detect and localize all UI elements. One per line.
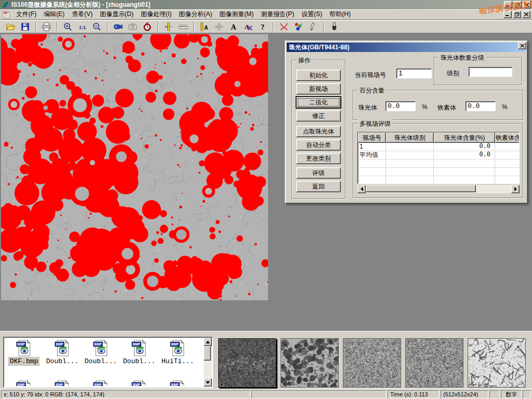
save-icon[interactable]	[19, 21, 32, 32]
table-empty-row[interactable]	[358, 159, 519, 168]
status-bar: x: 510 y: 79 idx: 0 RGB: (174, 174, 174)…	[0, 389, 532, 399]
text-icon[interactable]: A	[227, 21, 240, 32]
pearlite-percent-label: 珠光体	[358, 103, 377, 112]
menu-image-analysis[interactable]: 图像分析(A)	[175, 9, 216, 19]
grade-level-input[interactable]	[469, 67, 512, 77]
menu-image-process[interactable]: 图像处理(I)	[137, 9, 175, 19]
op-button-3[interactable]: 二值化	[296, 97, 341, 108]
print-icon[interactable]	[40, 21, 53, 32]
grade-level-label: 级别	[447, 69, 459, 78]
ruler-icon[interactable]	[177, 21, 190, 32]
op-button-4[interactable]: 修正	[296, 110, 341, 122]
file-browser: BMPDKF.bmpBMPDoubl...BMPDoubl...BMPDoubl…	[3, 337, 213, 388]
bmp-file-icon: BMP	[16, 380, 32, 386]
actual-size-icon[interactable]: 1:1	[76, 21, 89, 32]
file-label: DKF.bmp	[9, 357, 39, 365]
open-folder-icon[interactable]	[4, 21, 17, 32]
mdi-close-button[interactable]	[522, 11, 530, 18]
restore-button[interactable]	[513, 1, 522, 8]
pearlite-percent-input[interactable]	[385, 101, 416, 111]
text-delete-icon[interactable]: A	[242, 21, 255, 32]
op-button-7[interactable]: 更改类别	[296, 153, 341, 164]
menu-file[interactable]: 文件(F)	[12, 9, 40, 19]
multi-field-group: 多视场评级 视场号珠光体级别珠光体含量(%)铁素体含量(%) 10.0平均值0.…	[353, 123, 523, 198]
percent-group-label: 百分含量	[357, 86, 387, 95]
move-cross-icon[interactable]	[212, 21, 225, 32]
timer-icon[interactable]	[141, 21, 154, 32]
op-button-8[interactable]: 评级	[296, 167, 341, 179]
thumbnail-3[interactable]	[343, 338, 401, 388]
zoom-in-icon[interactable]	[61, 21, 74, 32]
table-cell	[495, 159, 520, 168]
table-column-header[interactable]: 视场号	[358, 132, 386, 143]
table-row[interactable]: 平均值0.0	[358, 151, 519, 159]
mdi-minimize-button[interactable]	[503, 11, 512, 18]
file-item[interactable]: BMPDKF.bmp	[5, 338, 43, 379]
file-item[interactable]: BMPDoubl...	[120, 338, 158, 379]
toolbar-separator	[157, 22, 158, 31]
file-item[interactable]: BMPHuiTi...	[158, 338, 197, 379]
measure-text-icon[interactable]: A	[198, 21, 211, 32]
menu-settings[interactable]: 设置(S)	[298, 9, 326, 19]
close-button[interactable]	[523, 1, 531, 8]
caliper-icon[interactable]	[162, 21, 175, 32]
thumbnail-5[interactable]	[468, 338, 526, 388]
micrograph-image[interactable]	[1, 34, 268, 300]
video-camera-icon[interactable]	[112, 21, 125, 32]
file-label: Doubl...	[84, 357, 118, 365]
op-button-1[interactable]: 初始化	[296, 70, 341, 81]
zoom-out-icon[interactable]	[90, 21, 103, 32]
menu-help[interactable]: 帮助(H)	[326, 9, 354, 19]
table-row[interactable]: 10.0	[358, 143, 519, 151]
scroll-down-button[interactable]	[204, 378, 212, 387]
scrollbar-thumb[interactable]	[366, 185, 476, 192]
bmp-file-icon: BMP	[170, 380, 185, 386]
thumbnail-2[interactable]	[281, 338, 339, 388]
op-button-9[interactable]: 返回	[296, 181, 341, 192]
file-item-partial[interactable]: BMP	[120, 379, 158, 386]
menu-view[interactable]: 查看(V)	[68, 9, 96, 19]
scroll-up-button[interactable]	[204, 338, 212, 346]
minimize-button[interactable]	[504, 1, 512, 8]
ferrite-percent-input[interactable]	[466, 101, 496, 111]
menu-image-display[interactable]: 图像显示(D)	[96, 9, 137, 19]
file-item[interactable]: BMPDoubl...	[43, 338, 82, 379]
scrollbar-track[interactable]	[366, 185, 511, 193]
thumbnail-4[interactable]	[405, 338, 463, 388]
help-icon[interactable]: ?	[256, 21, 269, 32]
dialog-title-bar[interactable]: 珠光体(GB/T9441-88)	[287, 43, 526, 52]
op-button-6[interactable]: 自动分类	[296, 139, 341, 151]
file-scrollbar-thumb[interactable]	[204, 346, 211, 361]
file-item-partial[interactable]: BMP	[43, 379, 82, 386]
file-item[interactable]: BMPDoubl...	[82, 338, 120, 379]
camera-icon[interactable]	[126, 21, 139, 32]
brush-icon[interactable]	[328, 21, 341, 32]
svg-text:A: A	[204, 24, 208, 30]
mdi-restore-button[interactable]	[513, 11, 521, 18]
menu-image-measure[interactable]: 图像测量(M)	[216, 9, 257, 19]
table-empty-row[interactable]	[358, 168, 519, 176]
current-field-input[interactable]	[396, 69, 432, 78]
dialog-close-button[interactable]	[518, 42, 526, 49]
scroll-right-button[interactable]	[511, 185, 520, 193]
thumbnail-1[interactable]	[218, 338, 276, 388]
status-panel-5	[489, 390, 500, 398]
table-column-header[interactable]: 铁素体含量(%)	[495, 132, 520, 143]
curve-tool-icon[interactable]	[277, 21, 290, 32]
op-button-5[interactable]: 点取珠光体	[296, 126, 341, 137]
menu-measure-report[interactable]: 测量报告(P)	[257, 9, 298, 19]
menu-edit[interactable]: 编辑(E)	[40, 9, 68, 19]
file-item-partial[interactable]: BMP	[5, 379, 43, 386]
table-cell	[386, 151, 434, 159]
scroll-left-button[interactable]	[357, 185, 366, 193]
file-item-partial[interactable]: BMP	[82, 379, 120, 386]
table-empty-row[interactable]	[358, 176, 519, 184]
mdi-window-controls	[503, 11, 532, 18]
op-button-2[interactable]: 新视场	[296, 83, 341, 95]
color-points-icon[interactable]: 13	[292, 21, 305, 32]
table-column-header[interactable]: 珠光体含量(%)	[434, 132, 495, 143]
pen-icon[interactable]	[307, 21, 320, 32]
file-item-partial[interactable]: BMP	[158, 379, 197, 386]
table-cell	[495, 176, 520, 184]
table-column-header[interactable]: 珠光体级别	[386, 132, 434, 143]
